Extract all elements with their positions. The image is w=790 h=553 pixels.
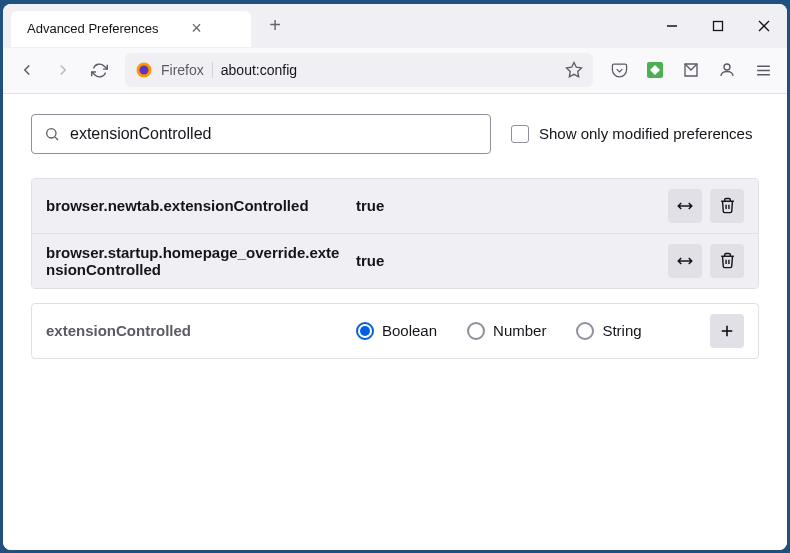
checkbox-icon [511,125,529,143]
minimize-button[interactable] [649,6,695,46]
preference-value: true [356,252,668,269]
radio-icon [356,322,374,340]
delete-button[interactable] [710,189,744,223]
svg-line-13 [55,137,58,140]
radio-boolean[interactable]: Boolean [356,322,437,340]
back-button[interactable] [11,54,43,86]
preferences-table: browser.newtab.extensionControlled true … [31,178,759,289]
radio-number[interactable]: Number [467,322,546,340]
firefox-logo-icon [135,61,153,79]
pocket-icon[interactable] [603,54,635,86]
toggle-button[interactable] [668,244,702,278]
search-icon [44,126,60,142]
preference-row: browser.startup.homepage_override.extens… [32,234,758,288]
delete-button[interactable] [710,244,744,278]
svg-point-12 [47,128,56,137]
radio-label: Boolean [382,322,437,339]
svg-point-5 [140,66,149,75]
radio-icon [467,322,485,340]
new-preference-row: extensionControlled Boolean Number Strin… [31,303,759,359]
forward-button[interactable] [47,54,79,86]
browser-tab[interactable]: Advanced Preferences × [11,11,251,47]
preference-name: browser.startup.homepage_override.extens… [46,244,356,278]
account-icon[interactable] [711,54,743,86]
bookmark-star-icon[interactable] [565,61,583,79]
content-area: Show only modified preferences browser.n… [3,94,787,550]
toolbar: Firefox about:config [3,48,787,94]
radio-string[interactable]: String [576,322,641,340]
close-tab-icon[interactable]: × [187,19,207,39]
maximize-button[interactable] [695,6,741,46]
close-window-button[interactable] [741,6,787,46]
radio-icon [576,322,594,340]
new-preference-name: extensionControlled [46,322,356,339]
svg-point-8 [724,64,730,70]
menu-button[interactable] [747,54,779,86]
preference-name: browser.newtab.extensionControlled [46,197,356,214]
add-button[interactable] [710,314,744,348]
search-box[interactable] [31,114,491,154]
reload-button[interactable] [83,54,115,86]
preference-value: true [356,197,668,214]
show-modified-checkbox[interactable]: Show only modified preferences [511,125,752,143]
radio-label: Number [493,322,546,339]
svg-marker-6 [567,63,582,77]
titlebar: Advanced Preferences × + [3,4,787,48]
search-input[interactable] [70,125,478,143]
checkbox-label: Show only modified preferences [539,125,752,142]
address-prefix: Firefox [161,62,213,78]
preference-row: browser.newtab.extensionControlled true [32,179,758,234]
tab-title: Advanced Preferences [27,21,159,36]
address-bar[interactable]: Firefox about:config [125,53,593,87]
radio-label: String [602,322,641,339]
extension-icon[interactable] [639,54,671,86]
toggle-button[interactable] [668,189,702,223]
svg-rect-1 [714,21,723,30]
new-tab-button[interactable]: + [261,12,289,40]
address-url: about:config [221,62,557,78]
mail-icon[interactable] [675,54,707,86]
